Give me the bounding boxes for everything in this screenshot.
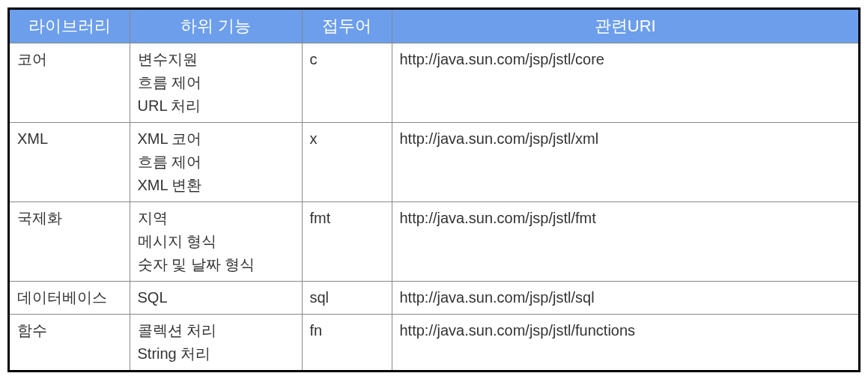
cell-subfunction: 변수지원 흐름 제어 URL 처리 (130, 43, 302, 123)
cell-prefix: fmt (302, 202, 392, 282)
cell-library: 함수 (10, 315, 130, 371)
cell-uri: http://java.sun.com/jsp/jstl/functions (392, 315, 858, 371)
cell-prefix: x (302, 123, 392, 202)
cell-subfunction: 콜렉션 처리 String 처리 (130, 315, 302, 371)
table-header-row: 라이브러리 하위 기능 접두어 관련URI (10, 10, 858, 43)
cell-library: XML (10, 123, 130, 202)
cell-subfunction: SQL (130, 282, 302, 315)
jstl-table: 라이브러리 하위 기능 접두어 관련URI 코어 변수지원 흐름 제어 URL … (10, 10, 858, 370)
cell-library: 코어 (10, 43, 130, 123)
cell-prefix: fn (302, 315, 392, 371)
table-row: 데이터베이스 SQL sql http://java.sun.com/jsp/j… (10, 282, 858, 315)
header-subfunction: 하위 기능 (130, 10, 302, 43)
header-prefix: 접두어 (302, 10, 392, 43)
cell-prefix: c (302, 43, 392, 123)
cell-library: 데이터베이스 (10, 282, 130, 315)
table-row: XML XML 코어 흐름 제어 XML 변환 x http://java.su… (10, 123, 858, 202)
cell-subfunction: XML 코어 흐름 제어 XML 변환 (130, 123, 302, 202)
cell-subfunction: 지역 메시지 형식 숫자 및 날짜 형식 (130, 202, 302, 282)
header-uri: 관련URI (392, 10, 858, 43)
cell-library: 국제화 (10, 202, 130, 282)
table-row: 국제화 지역 메시지 형식 숫자 및 날짜 형식 fmt http://java… (10, 202, 858, 282)
cell-prefix: sql (302, 282, 392, 315)
cell-uri: http://java.sun.com/jsp/jstl/fmt (392, 202, 858, 282)
cell-uri: http://java.sun.com/jsp/jstl/core (392, 43, 858, 123)
table-row: 코어 변수지원 흐름 제어 URL 처리 c http://java.sun.c… (10, 43, 858, 123)
header-library: 라이브러리 (10, 10, 130, 43)
cell-uri: http://java.sun.com/jsp/jstl/sql (392, 282, 858, 315)
cell-uri: http://java.sun.com/jsp/jstl/xml (392, 123, 858, 202)
jstl-table-container: 라이브러리 하위 기능 접두어 관련URI 코어 변수지원 흐름 제어 URL … (7, 7, 861, 372)
table-row: 함수 콜렉션 처리 String 처리 fn http://java.sun.c… (10, 315, 858, 371)
